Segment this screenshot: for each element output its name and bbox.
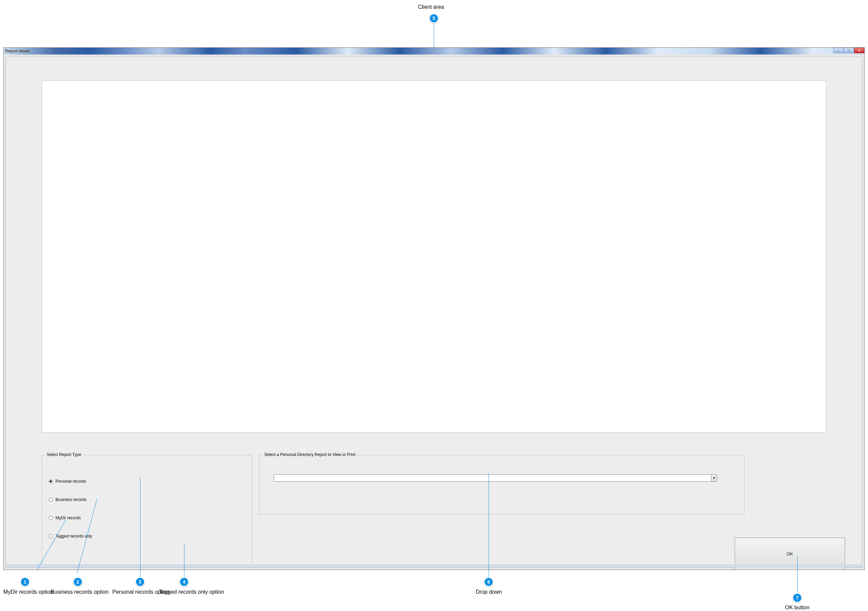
callout-4-label: Tagged records only option [159, 589, 224, 595]
callout-3-label: Personal records option [112, 589, 169, 595]
callout-2-label: Business records option [51, 589, 108, 595]
report-preview [42, 81, 826, 433]
group-select-directory-report: Select a Personal Directory Report to Vi… [259, 455, 744, 515]
callout-6-badge: 6 [484, 577, 493, 587]
window-controls: – □ ✕ [833, 48, 864, 54]
ok-button-label: OK [787, 551, 793, 557]
radio-personal-records[interactable]: Personal records [49, 479, 245, 484]
directory-report-dropdown[interactable]: ▼ [274, 474, 717, 482]
radio-mydir-records-label: MyDir records [56, 516, 81, 520]
radio-business-records[interactable]: Business records [49, 497, 245, 502]
callout-7-label: OK button [785, 605, 809, 611]
group-select-directory-report-legend: Select a Personal Directory Report to Vi… [263, 452, 356, 457]
client-area: Select Report Type Personal records Busi… [6, 57, 862, 568]
window-title: Report viewer [5, 49, 30, 53]
radio-mydir-records-input[interactable] [49, 516, 53, 520]
callout-5-label: Client area [418, 4, 444, 10]
callout-4-badge: 4 [179, 577, 189, 587]
radio-personal-records-input[interactable] [49, 479, 53, 483]
callout-4-line [184, 544, 184, 577]
radio-mydir-records[interactable]: MyDir records [49, 516, 245, 520]
callout-6-label: Drop down [476, 589, 502, 595]
radio-business-records-input[interactable] [49, 498, 53, 502]
callout-7-badge: 7 [792, 593, 802, 603]
callout-2-badge: 2 [73, 577, 82, 587]
radio-tagged-records-only[interactable]: Tagged records only [49, 534, 245, 538]
radio-tagged-records-only-input[interactable] [49, 534, 53, 538]
group-select-report-type-legend: Select Report Type [45, 452, 82, 457]
minimize-button[interactable]: – [833, 48, 843, 53]
callout-7-line [797, 557, 798, 593]
callout-3-badge: 3 [135, 577, 145, 587]
window: Report viewer – □ ✕ Select Report Type P… [3, 47, 865, 570]
callout-1-badge: 1 [20, 577, 30, 587]
titlebar[interactable]: Report viewer – □ ✕ [4, 48, 864, 54]
radio-personal-records-label: Personal records [56, 479, 86, 484]
maximize-button[interactable]: □ [844, 48, 854, 53]
close-button[interactable]: ✕ [854, 48, 864, 53]
window-resize-band[interactable] [6, 564, 862, 568]
group-select-report-type: Select Report Type Personal records Busi… [42, 455, 252, 567]
callout-1-label: MyDir records option [3, 589, 53, 595]
callout-5-badge: 5 [429, 14, 439, 23]
radio-business-records-label: Business records [56, 497, 87, 502]
chevron-down-icon[interactable]: ▼ [711, 475, 717, 481]
